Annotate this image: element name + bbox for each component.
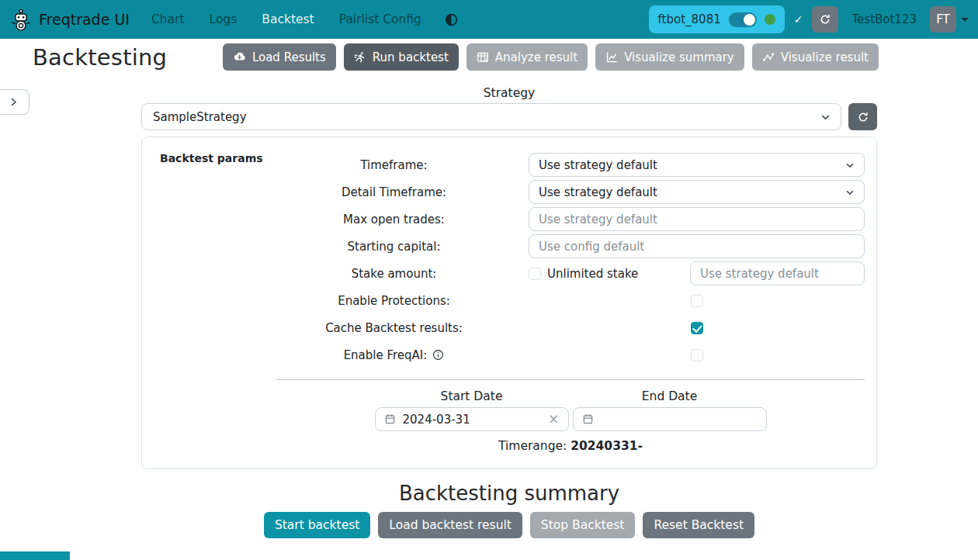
page-title: Backtesting bbox=[33, 44, 167, 71]
user-menu[interactable]: FT bbox=[930, 6, 969, 33]
timerange-value: 20240331- bbox=[570, 439, 643, 453]
cache-results-row: Cache Backtest results: bbox=[276, 316, 865, 340]
bot-name: ftbot_8081 bbox=[658, 12, 721, 26]
chevron-down-icon bbox=[820, 111, 831, 123]
strategy-select[interactable]: SampleStrategy bbox=[141, 103, 841, 130]
max-open-trades-row: Max open trades: bbox=[276, 207, 865, 231]
start-date-value: 2024-03-31 bbox=[403, 413, 470, 427]
cache-results-cell bbox=[529, 322, 865, 334]
starting-capital-row: Starting capital: bbox=[276, 234, 865, 258]
detail-timeframe-row: Detail Timeframe: Use strategy default bbox=[276, 180, 865, 204]
timerange: Timerange: 20240331- bbox=[276, 439, 865, 453]
info-icon[interactable] bbox=[432, 349, 444, 361]
start-date-input[interactable]: 2024-03-31 × bbox=[375, 407, 569, 431]
enable-freqai-label: Enable FreqAI: bbox=[276, 348, 512, 362]
unlimited-stake-label: Unlimited stake bbox=[547, 267, 638, 281]
bottom-progress-strip bbox=[0, 551, 70, 560]
brand[interactable]: Freqtrade UI bbox=[9, 8, 130, 31]
navbar: Freqtrade UI Chart Logs Backtest Pairlis… bbox=[0, 0, 978, 39]
nav-link-backtest[interactable]: Backtest bbox=[262, 12, 314, 26]
starting-capital-label: Starting capital: bbox=[276, 240, 512, 254]
timerange-label: Timerange: bbox=[498, 439, 567, 453]
strategy-select-value: SampleStrategy bbox=[153, 110, 247, 124]
end-date-label: End Date bbox=[573, 389, 767, 403]
timeframe-row: Timeframe: Use strategy default bbox=[276, 153, 865, 177]
bot-refresh-button[interactable] bbox=[812, 6, 838, 33]
table-icon bbox=[477, 51, 489, 64]
theme-toggle-icon[interactable] bbox=[445, 13, 458, 26]
summary-title: Backtesting summary bbox=[141, 482, 877, 505]
load-backtest-result-button[interactable]: Load backtest result bbox=[378, 512, 522, 538]
chevron-down-icon bbox=[844, 160, 855, 171]
bot-selector[interactable]: ftbot_8081 bbox=[649, 5, 785, 33]
enable-freqai-checkbox[interactable] bbox=[691, 349, 703, 361]
strategy-row: SampleStrategy bbox=[141, 103, 877, 130]
stake-amount-cell: Unlimited stake bbox=[529, 261, 865, 285]
main-content: Strategy SampleStrategy Backtest params bbox=[141, 86, 877, 538]
bot-toggle[interactable] bbox=[729, 12, 757, 27]
divider bbox=[276, 379, 865, 380]
nav-link-pairlist-config[interactable]: Pairlist Config bbox=[339, 12, 421, 26]
nav-links: Chart Logs Backtest Pairlist Config bbox=[151, 12, 421, 26]
end-date-input[interactable] bbox=[573, 407, 767, 431]
visualize-result-button: Visualize result bbox=[752, 43, 879, 71]
max-open-trades-label: Max open trades: bbox=[276, 213, 512, 226]
enable-protections-label: Enable Protections: bbox=[276, 294, 512, 308]
detail-timeframe-select[interactable]: Use strategy default bbox=[529, 180, 865, 204]
login-check-icon: ✓ bbox=[794, 13, 803, 26]
starting-capital-input[interactable] bbox=[529, 234, 865, 258]
stake-amount-label: Stake amount: bbox=[276, 267, 512, 281]
navbar-right: ftbot_8081 ✓ TestBot123 FT bbox=[649, 5, 969, 33]
reset-backtest-button[interactable]: Reset Backtest bbox=[643, 512, 754, 538]
analyze-result-button: Analyze result bbox=[466, 43, 588, 71]
cache-results-label: Cache Backtest results: bbox=[276, 321, 512, 335]
chart-line-icon bbox=[605, 51, 618, 64]
start-backtest-button[interactable]: Start backtest bbox=[264, 512, 370, 538]
card-title: Backtest params bbox=[160, 152, 263, 164]
timeframe-select[interactable]: Use strategy default bbox=[529, 153, 865, 177]
header-actions: Load Results Run backtest bbox=[223, 43, 879, 71]
chart-scatter-icon bbox=[762, 51, 775, 64]
dates-section: Start Date End Date 2024-03-31 × bbox=[375, 389, 767, 431]
enable-protections-cell bbox=[529, 295, 865, 307]
load-results-button[interactable]: Load Results bbox=[223, 43, 336, 71]
timeframe-label: Timeframe: bbox=[276, 158, 512, 172]
run-icon bbox=[354, 51, 366, 64]
visualize-summary-button: Visualize summary bbox=[595, 43, 744, 71]
backtest-params-card: Backtest params Timeframe: Use strategy … bbox=[141, 137, 877, 469]
calendar-icon bbox=[384, 413, 396, 425]
stop-backtest-button: Stop Backtest bbox=[530, 512, 636, 538]
strategy-refresh-button[interactable] bbox=[848, 103, 877, 130]
chevron-down-icon bbox=[844, 187, 855, 198]
robot-logo-icon bbox=[9, 8, 33, 31]
stake-amount-row: Stake amount: Unlimited stake bbox=[276, 261, 865, 285]
enable-protections-row: Enable Protections: bbox=[276, 289, 865, 313]
enable-freqai-row: Enable FreqAI: bbox=[276, 343, 865, 367]
avatar: FT bbox=[930, 6, 956, 33]
stake-amount-input[interactable] bbox=[690, 261, 865, 285]
page-header: Backtesting Load Results bbox=[0, 39, 978, 75]
cloud-download-icon bbox=[233, 50, 246, 64]
refresh-icon bbox=[819, 13, 831, 26]
detail-timeframe-label: Detail Timeframe: bbox=[276, 185, 512, 199]
strategy-label: Strategy bbox=[141, 86, 877, 100]
brand-title: Freqtrade UI bbox=[39, 11, 130, 28]
enable-freqai-cell bbox=[529, 349, 865, 361]
cache-results-checkbox[interactable] bbox=[691, 322, 703, 334]
nav-link-logs[interactable]: Logs bbox=[210, 12, 238, 26]
sidebar-expander-button[interactable] bbox=[0, 89, 29, 115]
username: TestBot123 bbox=[851, 12, 917, 26]
clear-date-icon[interactable]: × bbox=[548, 413, 559, 426]
unlimited-stake-checkbox[interactable] bbox=[529, 268, 541, 280]
calendar-icon bbox=[582, 413, 594, 425]
enable-protections-checkbox[interactable] bbox=[691, 295, 703, 307]
params-fields: Timeframe: Use strategy default Detail T… bbox=[276, 137, 865, 453]
summary-buttons: Start backtest Load backtest result Stop… bbox=[141, 512, 877, 538]
nav-link-chart[interactable]: Chart bbox=[151, 12, 185, 26]
chevron-down-icon bbox=[961, 18, 969, 22]
refresh-icon bbox=[857, 111, 869, 123]
start-date-label: Start Date bbox=[375, 389, 569, 403]
max-open-trades-input[interactable] bbox=[529, 207, 865, 231]
run-backtest-button[interactable]: Run backtest bbox=[344, 43, 459, 71]
bot-online-dot bbox=[765, 14, 775, 25]
